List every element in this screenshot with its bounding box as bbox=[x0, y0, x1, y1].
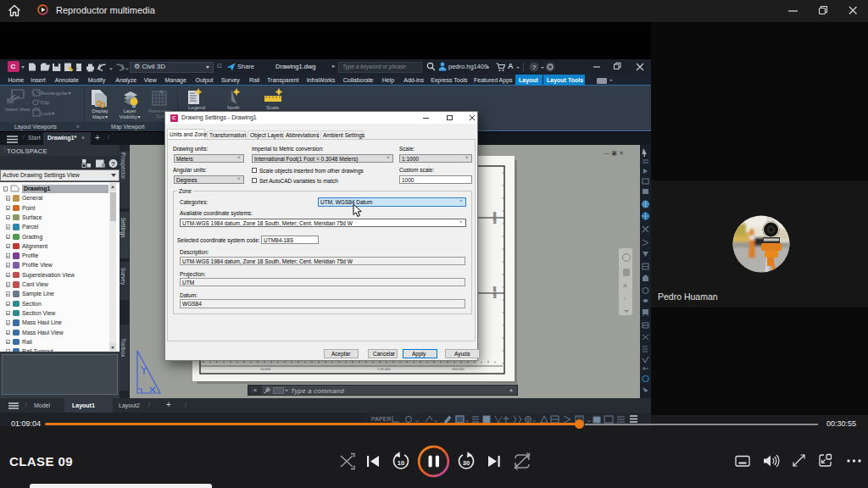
svg-text:?: ? bbox=[111, 159, 115, 167]
svg-text:1 46.000: 1 46.000 bbox=[377, 367, 391, 371]
svg-text:1:10.000: 1:10.000 bbox=[493, 212, 497, 224]
svg-text:10: 10 bbox=[398, 459, 404, 467]
svg-text:30: 30 bbox=[463, 459, 470, 467]
svg-text:10.000: 10.000 bbox=[260, 367, 271, 371]
svg-text:1:10.000: 1:10.000 bbox=[493, 286, 497, 298]
svg-text:200.000: 200.000 bbox=[452, 367, 465, 371]
